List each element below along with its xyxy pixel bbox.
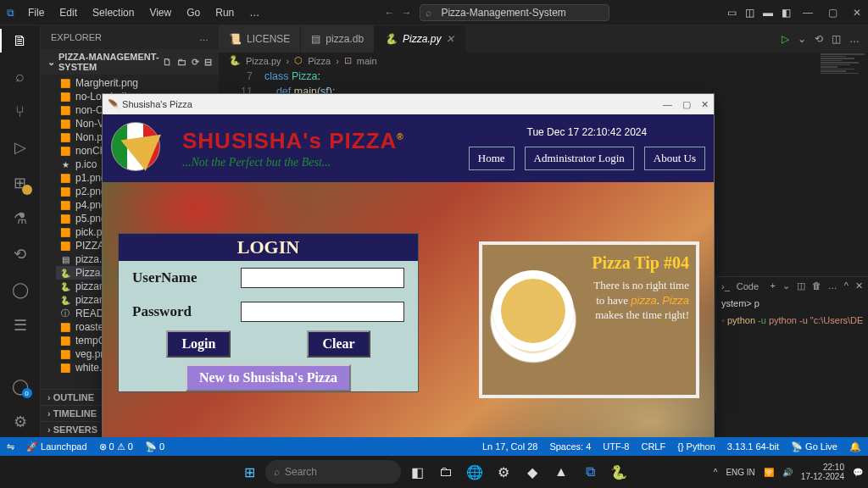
tab-license[interactable]: 📜LICENSE bbox=[219, 25, 301, 53]
settings-icon[interactable]: ⚙ bbox=[10, 412, 31, 432]
terminal-up-icon[interactable]: ^ bbox=[844, 280, 849, 291]
menu-selection[interactable]: Selection bbox=[86, 3, 141, 22]
problems[interactable]: ⊗ 0 ⚠ 0 bbox=[99, 441, 133, 452]
go-live[interactable]: 📡 Go Live bbox=[791, 441, 837, 452]
test-icon[interactable]: ⚗ bbox=[10, 208, 31, 229]
terminal-close-icon[interactable]: ✕ bbox=[855, 280, 863, 291]
layout-top-icon[interactable]: ▭ bbox=[727, 7, 737, 19]
cursor-pos[interactable]: Ln 17, Col 28 bbox=[482, 441, 537, 452]
more-icon[interactable]: … bbox=[849, 33, 860, 45]
app-min-icon[interactable]: — bbox=[663, 99, 672, 110]
remote-icon[interactable]: ⟲ bbox=[10, 244, 31, 264]
account-icon[interactable]: ◯0 bbox=[10, 376, 31, 396]
menu-edit[interactable]: Edit bbox=[53, 3, 84, 22]
vscode-app-icon[interactable]: ⧉ bbox=[577, 459, 603, 485]
nav-home[interactable]: Home bbox=[469, 147, 515, 170]
minimize-icon[interactable]: — bbox=[803, 7, 813, 19]
menu-file[interactable]: File bbox=[21, 3, 51, 22]
app-close-icon[interactable]: ✕ bbox=[701, 99, 709, 110]
login-button[interactable]: Login bbox=[166, 330, 231, 358]
maximize-icon[interactable]: ▢ bbox=[828, 7, 837, 19]
eol[interactable]: CRLF bbox=[641, 441, 665, 452]
tray-up-icon[interactable]: ^ bbox=[714, 468, 718, 477]
new-file-icon[interactable]: 🗋 bbox=[163, 57, 172, 68]
folder-root[interactable]: ⌄ PIZZA-MANAGEMENT-SYSTEM 🗋 🗀 ⟳ ⊟ bbox=[41, 49, 219, 75]
layout-bottom-icon[interactable]: ▬ bbox=[763, 7, 773, 19]
extensions-icon[interactable]: ⊞ bbox=[10, 173, 31, 193]
nav-admin[interactable]: Administrator Login bbox=[525, 147, 634, 170]
task-view-icon[interactable]: ◧ bbox=[404, 459, 430, 485]
history-icon[interactable]: ⟲ bbox=[815, 33, 823, 45]
search-icon: ⌕ bbox=[274, 466, 280, 478]
menu-more[interactable]: … bbox=[242, 3, 266, 22]
menu-go[interactable]: Go bbox=[180, 3, 207, 22]
py-version[interactable]: 3.13.1 64-bit bbox=[727, 441, 779, 452]
app-titlebar[interactable]: 🪶 Shusisha's Pizza — ▢ ✕ bbox=[103, 94, 714, 114]
split-icon[interactable]: ◫ bbox=[832, 33, 841, 45]
encoding[interactable]: UTF-8 bbox=[603, 441, 629, 452]
nav-back-icon[interactable]: ← bbox=[384, 7, 394, 19]
file-icon: ▤ bbox=[59, 255, 71, 264]
explorer-more-icon[interactable]: … bbox=[199, 32, 209, 42]
terminal-panel[interactable]: ›_ Code + ⌄ ◫ 🗑 … ^ ✕ ystem> p ◦ python … bbox=[715, 276, 868, 412]
explorer-icon[interactable]: 🗎 bbox=[10, 30, 31, 51]
python-app-icon[interactable]: 🐍 bbox=[606, 459, 632, 485]
menu-run[interactable]: Run bbox=[209, 3, 241, 22]
github-icon[interactable]: ◯ bbox=[10, 280, 31, 300]
file-icon: 🟧 bbox=[59, 336, 71, 346]
close-icon[interactable]: ✕ bbox=[853, 7, 861, 19]
layout-left-icon[interactable]: ◫ bbox=[745, 7, 754, 19]
command-center[interactable]: Pizza-Management-System bbox=[420, 4, 609, 21]
layout-right-icon[interactable]: ◧ bbox=[782, 7, 791, 19]
terminal-trash-icon[interactable]: 🗑 bbox=[812, 280, 821, 291]
run-dropdown-icon[interactable]: ⌄ bbox=[798, 33, 806, 45]
terminal-more-icon[interactable]: … bbox=[828, 280, 837, 291]
vlc-icon[interactable]: ▲ bbox=[548, 459, 574, 485]
password-input[interactable] bbox=[241, 302, 404, 322]
clear-button[interactable]: Clear bbox=[307, 330, 370, 358]
radio-count[interactable]: 📡 0 bbox=[145, 441, 164, 452]
tray-sound-icon[interactable]: 🔊 bbox=[782, 468, 793, 477]
tab-pizzapy[interactable]: 🐍Pizza.py✕ bbox=[375, 25, 465, 53]
tray-wifi-icon[interactable]: 🛜 bbox=[764, 468, 774, 477]
new-user-button[interactable]: New to Shusisha's Pizza bbox=[186, 364, 351, 391]
tray-lang[interactable]: ENG IN bbox=[726, 468, 754, 477]
remote-indicator[interactable]: ⇋ bbox=[7, 441, 14, 452]
refresh-icon[interactable]: ⟳ bbox=[192, 57, 199, 68]
start-icon[interactable]: ⊞ bbox=[236, 459, 262, 485]
nav-about[interactable]: About Us bbox=[644, 147, 705, 170]
file-item[interactable]: 🟧Margherit.png bbox=[56, 76, 219, 90]
collapse-icon[interactable]: ⊟ bbox=[204, 57, 212, 68]
password-label: Password bbox=[132, 303, 234, 320]
terminal-drop-icon[interactable]: ⌄ bbox=[782, 280, 790, 291]
new-folder-icon[interactable]: 🗀 bbox=[177, 57, 186, 68]
tab-pizzadb[interactable]: ▤pizza.db bbox=[301, 25, 375, 53]
notif-icon[interactable]: 🔔 bbox=[849, 441, 861, 452]
menu-view[interactable]: View bbox=[142, 3, 178, 22]
app-icon[interactable]: ◆ bbox=[520, 459, 545, 485]
tray-clock[interactable]: 22:1017-12-2024 bbox=[801, 463, 844, 481]
terminal-split-icon[interactable]: ◫ bbox=[797, 280, 805, 291]
launchpad-button[interactable]: 🚀 Launchpad bbox=[26, 441, 87, 452]
breadcrumb[interactable]: 🐍Pizza.py › ⬡ Pizza › ⊡ main bbox=[219, 53, 868, 69]
language[interactable]: {} Python bbox=[677, 441, 715, 452]
spaces[interactable]: Spaces: 4 bbox=[549, 441, 591, 452]
file-icon: 🟧 bbox=[59, 174, 71, 183]
nav-fwd-icon[interactable]: → bbox=[401, 7, 411, 19]
settings-app-icon[interactable]: ⚙ bbox=[491, 459, 516, 485]
tray-notif-icon[interactable]: 💬 bbox=[853, 468, 863, 477]
terminal-plus-icon[interactable]: + bbox=[770, 280, 775, 291]
debug-icon[interactable]: ▷ bbox=[10, 137, 31, 158]
app-max-icon[interactable]: ▢ bbox=[682, 99, 691, 110]
terminal-add-icon[interactable]: ›_ bbox=[721, 281, 730, 291]
git-icon[interactable]: ⑂ bbox=[10, 102, 31, 122]
close-tab-icon[interactable]: ✕ bbox=[446, 33, 454, 45]
chrome-icon[interactable]: 🌐 bbox=[462, 459, 487, 485]
search-icon[interactable]: ⌕ bbox=[10, 66, 31, 86]
run-icon[interactable]: ▷ bbox=[782, 33, 789, 45]
file-name: Margherit.png bbox=[75, 77, 138, 89]
server-icon[interactable]: ☰ bbox=[10, 315, 31, 336]
explorer-app-icon[interactable]: 🗀 bbox=[433, 459, 459, 485]
username-input[interactable] bbox=[241, 268, 404, 288]
taskbar-search[interactable]: ⌕Search bbox=[265, 460, 401, 484]
